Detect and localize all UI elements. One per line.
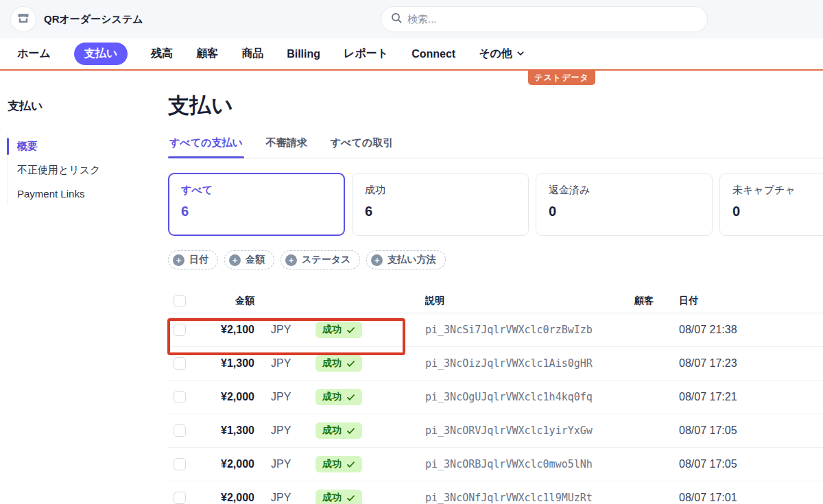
payment-id: pi_3NcOgUJqlrVWXclc1h4kq0fq [425,391,634,403]
test-mode-badge: テストデータ [528,71,595,85]
topbar: QRオーダーシステム 検索... [0,0,823,38]
tab-all-transactions[interactable]: すべての取引 [329,136,394,158]
nav-item-more[interactable]: その他 [479,47,525,61]
table-row[interactable]: ¥1,300 JPY 成功 pi_3NcOizJqlrVWXclc1Ais0gH… [168,347,823,381]
header-amount: 金額 [193,295,254,307]
status-label: 成功 [322,458,342,470]
table-row[interactable]: ¥2,000 JPY 成功 pi_3NcONfJqlrVWXclc1l9MUzR… [168,481,823,504]
nav-item-customers[interactable]: 顧客 [196,47,218,61]
status-badge: 成功 [315,422,362,439]
sidebar-title: 支払い [8,98,168,114]
summary-card-uncaptured[interactable]: 未キャプチャ 0 [719,173,823,236]
tab-all-payments[interactable]: すべての支払い [168,136,244,158]
payment-currency: JPY [254,458,296,470]
sidebar-item-overview[interactable]: 概要 [8,134,168,158]
check-icon [346,326,355,335]
plus-icon: + [285,254,297,266]
payment-amount: ¥2,000 [193,492,254,504]
nav-item-reports[interactable]: レポート [344,47,388,61]
primary-nav: ホーム 支払い 残高 顧客 商品 Billing レポート Connect その… [0,38,823,71]
payment-date: 08/07 17:01 [679,492,823,504]
page-title: 支払い [168,91,823,120]
payment-amount: ¥2,000 [193,391,254,403]
nav-item-balance[interactable]: 残高 [151,47,173,61]
table-row[interactable]: ¥2,000 JPY 成功 pi_3NcORBJqlrVWXclc0mwo5lN… [168,448,823,481]
sidebar: 支払い 概要 不正使用とリスク Payment Links [0,71,168,504]
payment-date: 08/07 17:23 [679,357,823,370]
plus-icon: + [173,254,184,266]
plus-icon: + [229,254,241,266]
check-icon [346,427,355,435]
nav-item-billing[interactable]: Billing [287,48,320,60]
account-name: QRオーダーシステム [44,13,143,26]
filter-label: 金額 [246,254,265,266]
main-content: 支払い すべての支払い 不審請求 すべての取引 すべて 6 成功 6 返金済み … [168,71,823,504]
summary-card-refunded[interactable]: 返金済み 0 [536,173,713,236]
check-icon [346,359,355,368]
filter-status-button[interactable]: + ステータス [281,250,360,269]
payment-date: 08/07 17:05 [679,458,823,470]
payment-date: 08/07 17:21 [679,391,823,403]
payment-id: pi_3NcORVJqlrVWXclc1yirYxGw [425,424,634,437]
nav-item-home[interactable]: ホーム [17,47,51,61]
search-icon [391,12,402,26]
header-customer: 顧客 [634,295,679,307]
filter-payment-method-button[interactable]: + 支払い方法 [366,250,445,269]
status-badge: 成功 [315,355,362,372]
payment-date: 08/07 17:05 [679,424,823,437]
payment-currency: JPY [254,424,296,437]
row-checkbox[interactable] [174,424,186,437]
sidebar-item-fraud-risk[interactable]: 不正使用とリスク [8,158,168,182]
summary-card-all[interactable]: すべて 6 [168,173,345,236]
filter-label: 日付 [189,254,208,266]
search-placeholder: 検索... [407,13,437,26]
nav-item-connect[interactable]: Connect [412,48,455,60]
payment-date: 08/07 21:38 [679,324,823,336]
status-label: 成功 [322,391,342,403]
summary-card-label: 成功 [365,184,516,197]
status-badge: 成功 [315,490,362,504]
row-checkbox[interactable] [174,324,186,336]
table-row[interactable]: ¥1,300 JPY 成功 pi_3NcORVJqlrVWXclc1yirYxG… [168,414,823,448]
summary-card-count: 0 [549,204,700,219]
row-checkbox[interactable] [174,391,186,403]
check-icon [346,494,355,503]
summary-card-succeeded[interactable]: 成功 6 [352,173,529,236]
payment-currency: JPY [254,492,296,504]
nav-item-more-label: その他 [479,47,512,61]
payment-id: pi_3NcORBJqlrVWXclc0mwo5lNh [425,458,634,470]
summary-card-count: 6 [181,204,332,219]
nav-item-payments[interactable]: 支払い [74,43,128,65]
summary-card-label: 未キャプチャ [732,184,823,197]
summary-card-count: 0 [732,204,823,219]
table-row[interactable]: ¥2,000 JPY 成功 pi_3NcOgUJqlrVWXclc1h4kq0f… [168,381,823,414]
payments-tabs: すべての支払い 不審請求 すべての取引 [168,136,823,158]
payment-id: pi_3NcOizJqlrVWXclc1Ais0gHR [425,357,634,370]
tab-disputes[interactable]: 不審請求 [265,136,309,158]
filter-amount-button[interactable]: + 金額 [224,250,274,269]
row-checkbox[interactable] [174,458,186,470]
summary-card-count: 6 [365,204,516,219]
payments-table: 金額 説明 顧客 日付 ¥2,100 JPY 成功 pi_3NcSi7JqlrV… [168,289,823,504]
search-input[interactable]: 検索... [381,6,708,32]
sidebar-item-payment-links[interactable]: Payment Links [8,182,168,205]
nav-item-products[interactable]: 商品 [241,47,263,61]
account-logo[interactable] [11,7,36,32]
row-checkbox[interactable] [174,492,186,504]
select-all-checkbox[interactable] [174,295,186,307]
filter-label: 支払い方法 [387,254,436,266]
header-description: 説明 [425,295,634,307]
payment-currency: JPY [254,391,296,403]
status-label: 成功 [322,324,342,336]
filter-date-button[interactable]: + 日付 [168,250,218,269]
plus-icon: + [371,254,383,266]
row-checkbox[interactable] [174,357,186,370]
sidebar-list: 概要 不正使用とリスク Payment Links [8,134,168,205]
payment-currency: JPY [254,324,296,336]
check-icon [346,393,355,402]
table-row[interactable]: ¥2,100 JPY 成功 pi_3NcSi7JqlrVWXclc0rzBwIz… [168,313,823,347]
check-icon [346,460,355,469]
payment-amount: ¥1,300 [193,424,254,437]
chevron-down-icon [516,48,525,60]
status-badge: 成功 [315,389,362,405]
